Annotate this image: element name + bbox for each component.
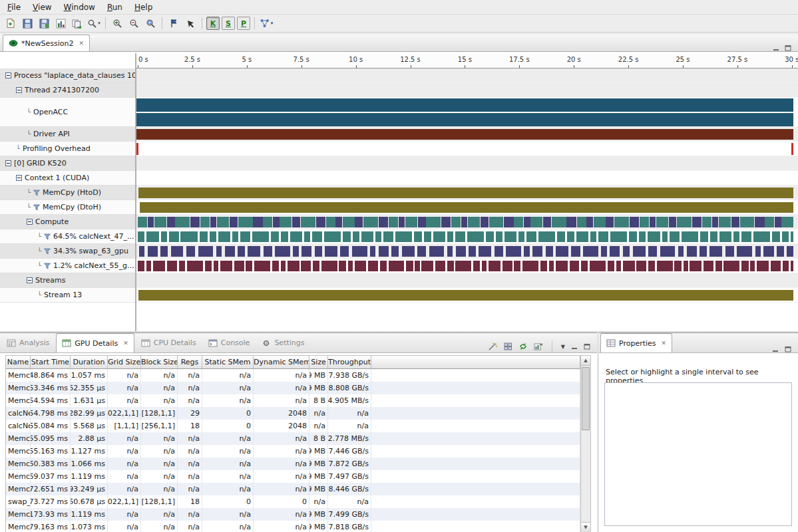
timeline-interval[interactable] xyxy=(380,261,387,271)
search-menu-button[interactable]: ▾ xyxy=(86,16,102,31)
timeline-interval[interactable] xyxy=(648,261,655,271)
timeline-interval[interactable] xyxy=(429,246,445,257)
timeline-interval[interactable] xyxy=(167,261,177,271)
timeline-interval[interactable] xyxy=(161,231,167,242)
timeline-interval[interactable] xyxy=(301,261,311,271)
timeline-interval[interactable] xyxy=(139,246,144,257)
timeline-interval[interactable] xyxy=(136,143,138,155)
timeline-interval[interactable] xyxy=(712,217,719,227)
maximize-details-button[interactable] xyxy=(584,343,590,350)
select-tool-button[interactable] xyxy=(182,16,198,31)
tab-analysis[interactable]: Analysis xyxy=(1,333,55,352)
timeline-track-streams[interactable] xyxy=(136,273,798,288)
timeline-interval[interactable] xyxy=(543,217,551,227)
timeline-interval[interactable] xyxy=(682,231,698,242)
timeline-interval[interactable] xyxy=(787,246,793,257)
timeline-interval[interactable] xyxy=(238,246,245,257)
table-row[interactable]: Memcpy154.594 ms1.631 µsn/an/an/an/an/a8… xyxy=(6,394,580,407)
timeline-interval[interactable] xyxy=(205,261,212,271)
tree-row-stream-13[interactable]: └Stream 13 xyxy=(0,288,135,303)
group-by-button[interactable] xyxy=(504,342,512,350)
timeline-interval[interactable] xyxy=(791,261,793,271)
maximize-editor-button[interactable] xyxy=(785,45,791,51)
timeline-interval[interactable] xyxy=(709,246,722,257)
timeline-interval[interactable] xyxy=(426,217,441,227)
tree-row-compute[interactable]: Compute xyxy=(0,215,135,229)
menu-run[interactable]: Run xyxy=(101,1,128,14)
goto-marker-button[interactable] xyxy=(166,16,182,31)
timeline-interval[interactable] xyxy=(441,217,451,227)
timeline-interval[interactable] xyxy=(414,231,422,242)
timeline-interval[interactable] xyxy=(700,231,708,242)
timeline-interval[interactable] xyxy=(153,261,165,271)
timeline-interval[interactable] xyxy=(324,231,341,242)
timeline-interval[interactable] xyxy=(715,261,722,271)
timeline-interval[interactable] xyxy=(616,261,621,271)
timeline-interval[interactable] xyxy=(210,231,216,242)
timeline-interval[interactable] xyxy=(703,261,713,271)
table-row[interactable]: Memcpy148.864 ms1.057 msn/an/an/an/an/a9… xyxy=(6,369,580,382)
timeline-interval[interactable] xyxy=(783,261,789,271)
timeline-interval[interactable] xyxy=(514,217,523,227)
zoom-fit-button[interactable] xyxy=(142,16,158,31)
timeline-interval[interactable] xyxy=(648,246,657,257)
timeline-interval[interactable] xyxy=(763,246,773,257)
timeline-interval[interactable] xyxy=(549,261,554,271)
timeline-interval[interactable] xyxy=(175,217,190,227)
timeline-interval[interactable] xyxy=(200,217,210,227)
timeline-interval[interactable] xyxy=(415,261,419,271)
timeline-interval[interactable] xyxy=(238,217,253,227)
timeline-interval[interactable] xyxy=(146,261,151,271)
collapse-icon[interactable] xyxy=(5,72,11,78)
tab-cpu-details[interactable]: CPU Details xyxy=(136,333,202,352)
timeline-interval[interactable] xyxy=(218,231,230,242)
timeline-interval[interactable] xyxy=(775,217,781,227)
timeline-interval[interactable] xyxy=(343,231,351,242)
timeline-interval[interactable] xyxy=(136,129,793,140)
timeline-interval[interactable] xyxy=(293,246,298,257)
column-header-grid-size[interactable]: Grid Size xyxy=(108,356,141,369)
timeline-interval[interactable] xyxy=(290,231,302,242)
tab-console[interactable]: Console xyxy=(203,333,256,352)
timeline-interval[interactable] xyxy=(399,217,405,227)
timeline-interval[interactable] xyxy=(225,246,235,257)
timeline-interval[interactable] xyxy=(375,231,381,242)
tree-row-34-3-swap-63-gpu[interactable]: └34.3% swap_63_gpu xyxy=(0,244,135,259)
timeline-interval[interactable] xyxy=(433,231,445,242)
timeline-interval[interactable] xyxy=(187,261,203,271)
table-row[interactable]: Memcpy155.095 ms2.88 µsn/an/an/an/an/a8 … xyxy=(6,432,580,445)
timeline-interval[interactable] xyxy=(639,231,646,242)
timeline-interval[interactable] xyxy=(669,217,677,227)
timeline-interval[interactable] xyxy=(623,246,630,257)
timeline-interval[interactable] xyxy=(136,113,793,126)
timeline-interval[interactable] xyxy=(253,217,262,227)
timeline-interval[interactable] xyxy=(594,217,606,227)
column-header-duration[interactable]: Duration xyxy=(71,356,108,369)
scroll-up-icon[interactable]: ▲ xyxy=(581,356,590,366)
refresh-button[interactable] xyxy=(518,342,528,350)
gpu-details-tab-close-icon[interactable]: ✕ xyxy=(123,340,128,346)
timeline-interval[interactable] xyxy=(214,261,218,271)
timeline-interval[interactable] xyxy=(355,217,363,227)
session-tab-close-icon[interactable]: ✕ xyxy=(79,40,84,47)
tree-row-0-grid-k520[interactable]: [0] GRID K520 xyxy=(0,156,135,171)
column-header-dynamic-smem[interactable]: Dynamic SMem xyxy=(254,356,309,369)
timeline-interval[interactable] xyxy=(363,217,378,227)
column-header-name[interactable]: Name xyxy=(6,356,31,369)
timeline-interval[interactable] xyxy=(389,217,398,227)
timeline-interval[interactable] xyxy=(315,246,322,257)
timeline-interval[interactable] xyxy=(781,217,793,227)
timeline-interval[interactable] xyxy=(246,261,252,271)
timeline-interval[interactable] xyxy=(586,217,593,227)
analysis-menu-button[interactable]: ▾ xyxy=(258,16,274,31)
timeline-interval[interactable] xyxy=(552,217,566,227)
timeline-interval[interactable] xyxy=(486,231,494,242)
filter-icon[interactable] xyxy=(44,248,51,255)
menu-help[interactable]: Help xyxy=(128,1,158,14)
timeline-track-context-1-cuda[interactable] xyxy=(136,171,798,186)
timeline-interval[interactable] xyxy=(391,246,399,257)
timeline-interval[interactable] xyxy=(473,261,480,271)
timeline-interval[interactable] xyxy=(522,261,538,271)
table-row[interactable]: Memcpy172.651 ms93.249 µsn/an/an/an/an/a… xyxy=(6,483,580,495)
timeline-interval[interactable] xyxy=(217,217,229,227)
